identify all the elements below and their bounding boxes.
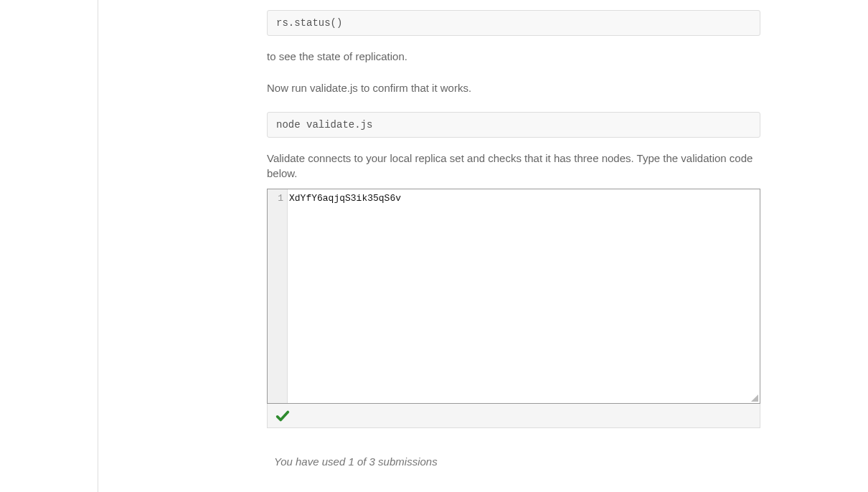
sidebar-divider bbox=[98, 0, 98, 492]
paragraph-replication: to see the state of replication. bbox=[267, 49, 760, 65]
paragraph-run-validate: Now run validate.js to confirm that it w… bbox=[267, 80, 760, 96]
editor-gutter: 1 bbox=[268, 189, 288, 403]
code-block-status: rs.status() bbox=[267, 10, 760, 36]
editor-status-bar bbox=[267, 404, 760, 428]
validation-code-editor[interactable]: 1 XdYfY6aqjqS3ik35qS6v bbox=[267, 189, 760, 404]
code-text: node validate.js bbox=[276, 119, 372, 131]
editor-content[interactable]: XdYfY6aqjqS3ik35qS6v bbox=[288, 189, 760, 403]
checkmark-icon bbox=[275, 408, 291, 424]
main-content: rs.status() to see the state of replicat… bbox=[267, 0, 760, 492]
editor-value: XdYfY6aqjqS3ik35qS6v bbox=[289, 193, 401, 204]
submission-count: You have used 1 of 3 submissions bbox=[274, 455, 760, 468]
code-text: rs.status() bbox=[276, 17, 342, 29]
line-number: 1 bbox=[278, 193, 283, 204]
resize-handle-icon[interactable] bbox=[751, 394, 758, 402]
paragraph-validate-info: Validate connects to your local replica … bbox=[267, 151, 760, 182]
code-block-validate: node validate.js bbox=[267, 112, 760, 138]
